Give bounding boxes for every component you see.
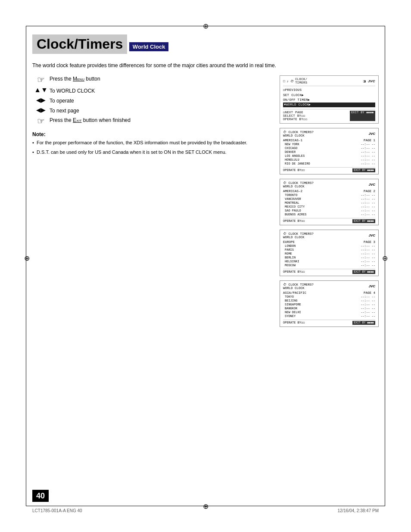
tv-operate-by: OPERATE BY◻◻ xyxy=(283,118,307,121)
wc-region-row-4: ASIA/PACIFIC PAGE 4 xyxy=(283,291,375,295)
wc-city-name: SAO PAULO xyxy=(285,209,301,212)
tv-icon-note: ♪ xyxy=(286,79,289,83)
note-item-1: For the proper performace of the functio… xyxy=(32,139,271,146)
wc-city-row: HONOLULU --:-- -- xyxy=(283,158,375,162)
tv-clock-label: CLOCK/TIMERS xyxy=(295,78,307,84)
instruction-text-3: To operate xyxy=(50,97,271,105)
wc-city-row: TOKYO --:-- -- xyxy=(283,295,375,299)
wc-city-row: RIO DE JANEIRO --:-- -- xyxy=(283,162,375,165)
wc-city-name: HELSINKI xyxy=(285,260,299,263)
wc-footer-3: OPERATE BY◻◻ EXIT BY ■■■■ xyxy=(283,269,375,274)
wc-exit-by: EXIT BY ■■■■ xyxy=(352,321,375,325)
wc-footer-1: OPERATE BY◻◻ EXIT BY ■■■■ xyxy=(283,167,375,172)
wc-header-label-2: ⏱ CLOCK TIMERS? WORLD CLOCK xyxy=(283,181,314,188)
wc-city-time: --:-- -- xyxy=(361,146,375,150)
crosshair-left-icon: ⊕ xyxy=(24,255,30,261)
wc-city-time: --:-- -- xyxy=(361,252,375,255)
main-content: Clock/Timers World Clock The world clock… xyxy=(32,34,379,331)
wc-city-row: MONTREAL --:-- -- xyxy=(283,201,375,205)
section-heading: World Clock xyxy=(129,42,169,51)
instruction-1: ☞ Press the Menu button xyxy=(32,75,271,85)
wc-region-row-2: AMERICAS-2 PAGE 2 xyxy=(283,190,375,193)
wc-operate-by: OPERATE BY◻◻ xyxy=(283,168,305,172)
wc-page-num: PAGE 4 xyxy=(364,291,375,295)
wc-city-name: HONOLULU xyxy=(285,158,299,162)
wc-city-name: CHICAGO xyxy=(285,146,297,150)
wc-city-row: ROME --:-- -- xyxy=(283,252,375,255)
tv-icon-clock: ⏱ xyxy=(290,79,294,83)
wc-footer-2: OPERATE BY◻◻ EXIT BY ■■■■ xyxy=(283,218,375,223)
instruction-3: ◀▶ To operate xyxy=(32,97,271,105)
hand-icon-1: ☞ xyxy=(32,75,50,85)
wc-sub-label: WORLD CLOCK xyxy=(283,286,314,290)
wc-exit-by: EXIT BY ■■■■ xyxy=(352,270,375,274)
wc-exit-by: EXIT BY ■■■■ xyxy=(352,168,375,172)
wc-city-row: HELSINKI --:-- -- xyxy=(283,260,375,263)
wc-city-time: --:-- -- xyxy=(361,256,375,259)
wc-city-name: NEW DELHI xyxy=(285,311,301,314)
tv-header-icons: □ ♪ ⏱ CLOCK/TIMERS xyxy=(283,78,307,84)
wc-brand-1: JVC xyxy=(368,132,375,136)
wc-city-time: --:-- -- xyxy=(361,205,375,208)
instruction-5: ☞ Press the Exit button when finished xyxy=(32,117,271,126)
wc-city-time: --:-- -- xyxy=(361,311,375,314)
tv-footer-left: ◻NEXT PAGE SELECT BY◻◻ OPERATE BY◻◻ xyxy=(283,111,307,121)
wc-region-row-3: EUROPE PAGE 3 xyxy=(283,240,375,244)
wc-region-name: ASIA/PACIFIC xyxy=(283,291,306,295)
wc-city-name: SINGAPORE xyxy=(285,303,301,306)
wc-city-time: --:-- -- xyxy=(361,158,375,162)
wc-city-row: MEXICO CITY --:-- -- xyxy=(283,205,375,208)
wc-operate-by: OPERATE BY◻◻ xyxy=(283,321,305,325)
wc-city-row: NEW DELHI --:-- -- xyxy=(283,311,375,314)
wc-exit-by: EXIT BY ■■■■ xyxy=(352,219,375,223)
footer-left: LCT1785-001A-A ENG 40 xyxy=(32,508,82,513)
page-number: 40 xyxy=(32,490,49,502)
hand-icon-2: ☞ xyxy=(32,116,50,126)
tv-select-by: SELECT BY◻◻ xyxy=(283,114,307,118)
wc-city-time: --:-- -- xyxy=(361,303,375,306)
lr-arrow-icon-2: ◀▶ xyxy=(32,106,50,113)
wc-city-time: --:-- -- xyxy=(361,197,375,201)
wc-brand-3: JVC xyxy=(368,233,375,237)
wc-city-row: TORONTO --:-- -- xyxy=(283,193,375,197)
wc-region-name: AMERICAS-2 xyxy=(283,190,302,193)
tv-menu-header: □ ♪ ⏱ CLOCK/TIMERS ◨ JVC xyxy=(283,78,375,86)
lr-arrow-icon-1: ◀▶ xyxy=(32,96,50,103)
wc-city-time: --:-- -- xyxy=(361,209,375,212)
wc-city-time: --:-- -- xyxy=(361,213,375,216)
wc-city-name: TORONTO xyxy=(285,193,297,197)
exit-label: Exit xyxy=(73,117,81,123)
wc-city-time: --:-- -- xyxy=(361,244,375,248)
tv-menu-world-clock: ▼WORLD CLOCK▶ xyxy=(283,103,375,107)
crosshair-top-icon: ⊕ xyxy=(202,23,209,29)
footer-right: 12/16/04, 2:38:47 PM xyxy=(337,508,379,513)
wc-sub-label: WORLD CLOCK xyxy=(283,236,314,239)
right-column: □ ♪ ⏱ CLOCK/TIMERS ◨ JVC ◻PREVIOUS SET C… xyxy=(280,75,379,331)
wc-operate-by: OPERATE BY◻◻ xyxy=(283,270,305,274)
wc-city-time: --:-- -- xyxy=(361,154,375,158)
wc-header-2: ⏱ CLOCK TIMERS? WORLD CLOCK JVC xyxy=(283,181,375,188)
wc-city-row: DENVER --:-- -- xyxy=(283,150,375,154)
wc-city-time: --:-- -- xyxy=(361,299,375,302)
note-section: Note: For the proper performace of the f… xyxy=(32,131,271,156)
wc-clock-label: ⏱ CLOCK TIMERS? xyxy=(283,181,314,185)
wc-region-row-1: AMERICAS-1 PAGE 1 xyxy=(283,139,375,142)
wc-city-row: BERLIN --:-- -- xyxy=(283,256,375,259)
tv-menu-onoff: ON/OFF TIMER▶ xyxy=(283,98,375,103)
wc-city-time: --:-- -- xyxy=(361,260,375,263)
wc-city-name: TOKYO xyxy=(285,295,294,299)
wc-panel-3: ⏱ CLOCK TIMERS? WORLD CLOCK JVC EUROPE P… xyxy=(280,230,379,276)
wc-city-time: --:-- -- xyxy=(361,201,375,205)
left-column: ☞ Press the Menu button ▲▼ To WORLD CLOC… xyxy=(32,75,271,331)
border-left xyxy=(26,26,26,506)
wc-city-time: --:-- -- xyxy=(361,193,375,197)
wc-header-3: ⏱ CLOCK TIMERS? WORLD CLOCK JVC xyxy=(283,232,375,239)
wc-city-row: SAO PAULO --:-- -- xyxy=(283,209,375,212)
footer: LCT1785-001A-A ENG 40 12/16/04, 2:38:47 … xyxy=(32,508,379,513)
wc-city-name: LONDON xyxy=(285,244,296,248)
border-right xyxy=(385,26,385,506)
wc-city-time: --:-- -- xyxy=(361,150,375,154)
crosshair-right-icon: ⊕ xyxy=(382,255,388,261)
tv-signal-icon: ◨ xyxy=(364,79,366,83)
wc-sub-label: WORLD CLOCK xyxy=(283,134,314,137)
